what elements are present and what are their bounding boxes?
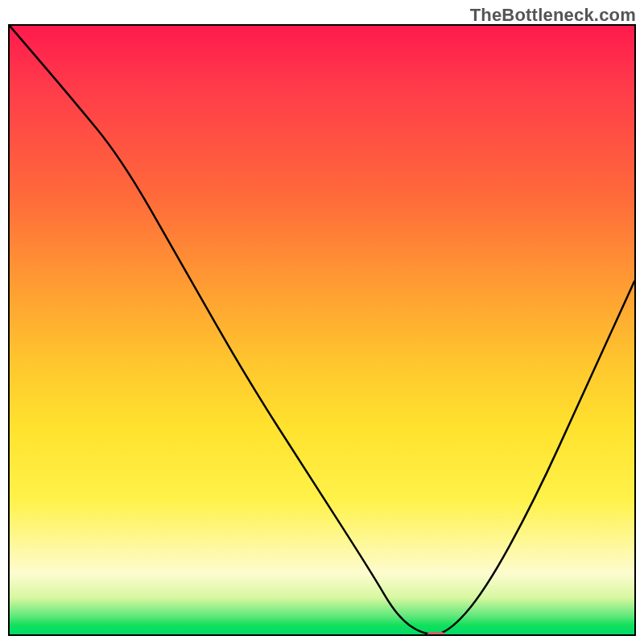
chart-plot-area — [8, 24, 636, 636]
watermark-text: TheBottleneck.com — [470, 5, 636, 26]
optimal-point-marker — [426, 632, 447, 636]
bottleneck-curve — [10, 26, 634, 634]
